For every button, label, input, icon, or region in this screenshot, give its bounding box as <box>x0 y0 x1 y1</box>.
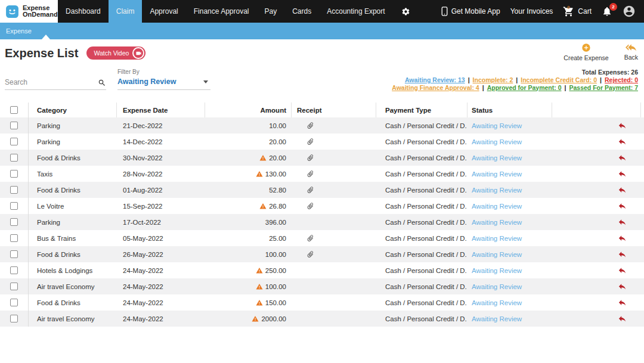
paperclip-icon[interactable] <box>305 184 315 195</box>
return-expense-icon[interactable] <box>618 154 627 162</box>
back-label: Back <box>624 54 638 61</box>
back-button[interactable]: Back <box>624 43 638 61</box>
status-link[interactable]: Awaiting Review <box>472 219 522 226</box>
filter-by-dropdown[interactable]: Awaiting Review <box>117 77 210 90</box>
summary-link[interactable]: Awaiting Finance Approval: 4 <box>392 84 479 91</box>
category-cell: Food & Drinks <box>29 246 116 262</box>
summary-link[interactable]: Passed For Payment: 7 <box>569 84 638 91</box>
nav-item-dashboard[interactable]: Dashboard <box>58 0 109 23</box>
payment-type-cell: Cash / Personal Credit / D... <box>376 198 467 214</box>
row-checkbox[interactable] <box>10 186 18 194</box>
nav-item-approval[interactable]: Approval <box>142 0 185 23</box>
cart-button[interactable]: 0 Cart <box>563 6 592 17</box>
your-invoices-link[interactable]: Your Invoices <box>510 7 553 15</box>
amount-value: 250.00 <box>265 267 286 274</box>
app-logo[interactable]: ExpenseOnDemand <box>0 0 58 23</box>
nav-item-finance-approval[interactable]: Finance Approval <box>186 0 257 23</box>
nav-item-claim[interactable]: Claim <box>109 0 143 23</box>
summary-link[interactable]: Approved for Payment: 0 <box>487 84 562 91</box>
row-checkbox[interactable] <box>10 218 18 226</box>
return-expense-icon[interactable] <box>618 218 627 226</box>
row-checkbox[interactable] <box>10 202 18 210</box>
return-expense-icon[interactable] <box>618 299 627 306</box>
header-expense-date[interactable]: Expense Date <box>116 103 205 117</box>
header-status[interactable]: Status <box>467 103 552 117</box>
return-expense-icon[interactable] <box>618 266 627 274</box>
paperclip-icon[interactable] <box>305 120 315 131</box>
paperclip-icon[interactable] <box>305 249 315 259</box>
status-link[interactable]: Awaiting Review <box>472 203 522 210</box>
nav-item-pay[interactable]: Pay <box>257 0 285 23</box>
header-amount[interactable]: Amount <box>205 103 291 117</box>
header-receipt[interactable]: Receipt <box>291 103 376 117</box>
status-link[interactable]: Awaiting Review <box>472 283 522 290</box>
status-link[interactable]: Awaiting Review <box>472 138 522 145</box>
paperclip-icon[interactable] <box>305 136 315 147</box>
get-mobile-app-link[interactable]: Get Mobile App <box>441 7 500 16</box>
status-link[interactable]: Awaiting Review <box>472 122 522 129</box>
status-link[interactable]: Awaiting Review <box>472 187 522 194</box>
amount-cell: 20.00 <box>205 150 291 166</box>
return-expense-icon[interactable] <box>618 170 627 178</box>
summary-link[interactable]: Rejected: 0 <box>605 76 638 83</box>
return-expense-icon[interactable] <box>618 202 627 210</box>
summary-link[interactable]: Incomplete Credit Card: 0 <box>521 76 597 83</box>
row-checkbox[interactable] <box>10 234 18 242</box>
status-link[interactable]: Awaiting Review <box>472 299 522 306</box>
return-expense-icon[interactable] <box>618 315 627 322</box>
return-expense-icon[interactable] <box>618 138 627 145</box>
return-expense-icon[interactable] <box>618 122 627 129</box>
status-link[interactable]: Awaiting Review <box>472 154 522 162</box>
summary-separator: | <box>482 84 484 91</box>
paperclip-icon[interactable] <box>305 200 315 211</box>
row-checkbox[interactable] <box>10 250 18 258</box>
row-checkbox[interactable] <box>10 170 18 178</box>
paperclip-icon[interactable] <box>305 232 315 243</box>
row-checkbox[interactable] <box>10 138 18 145</box>
row-checkbox[interactable] <box>10 266 18 274</box>
settings-gear-icon[interactable] <box>393 0 419 23</box>
summary-link[interactable]: Incomplete: 2 <box>473 76 513 83</box>
nav-item-accounting-export[interactable]: Accounting Export <box>319 0 392 23</box>
amount-value: 10.00 <box>269 122 286 129</box>
return-expense-icon[interactable] <box>618 283 627 290</box>
status-link[interactable]: Awaiting Review <box>472 235 522 242</box>
amount-cell: 52.80 <box>205 182 291 198</box>
status-link[interactable]: Awaiting Review <box>472 267 522 274</box>
payment-type-cell: Cash / Personal Credit / D... <box>376 117 467 134</box>
breadcrumb-bar: Expense <box>0 23 644 39</box>
status-link[interactable]: Awaiting Review <box>472 170 522 178</box>
expense-date-cell: 24-May-2022 <box>116 294 205 311</box>
status-link[interactable]: Awaiting Review <box>472 315 522 322</box>
search-input[interactable] <box>5 76 98 89</box>
paperclip-icon[interactable] <box>305 168 315 179</box>
create-expense-label: Create Expense <box>564 54 608 61</box>
return-expense-icon[interactable] <box>618 234 627 242</box>
summary-links-row2: Awaiting Finance Approval: 4|Approved fo… <box>392 84 638 92</box>
select-all-checkbox[interactable] <box>10 106 18 114</box>
breadcrumb[interactable]: Expense <box>0 27 32 35</box>
paperclip-icon[interactable] <box>305 152 315 163</box>
return-expense-icon[interactable] <box>618 186 627 194</box>
category-cell: Food & Drinks <box>29 150 116 166</box>
nav-right-group: Get Mobile App Your Invoices 0 Cart 2 <box>441 0 644 23</box>
nav-item-cards[interactable]: Cards <box>284 0 319 23</box>
summary-link[interactable]: Awaiting Review: 13 <box>405 76 465 83</box>
search-icon[interactable] <box>98 79 106 87</box>
header-category[interactable]: Category <box>29 103 116 117</box>
row-checkbox[interactable] <box>10 315 18 322</box>
row-checkbox[interactable] <box>10 154 18 162</box>
row-checkbox[interactable] <box>10 299 18 306</box>
table-row: Taxis 28-Nov-2022 130.00 Cash / Personal… <box>0 166 644 182</box>
notifications-button[interactable]: 2 <box>602 6 612 17</box>
user-avatar[interactable] <box>623 5 636 18</box>
create-expense-button[interactable]: Create Expense <box>564 43 608 61</box>
status-link[interactable]: Awaiting Review <box>472 251 522 258</box>
expense-date-cell: 26-May-2022 <box>116 246 205 262</box>
row-checkbox[interactable] <box>10 283 18 290</box>
row-checkbox[interactable] <box>10 122 18 129</box>
watch-video-button[interactable]: Watch Video <box>86 46 145 60</box>
warning-icon <box>259 154 267 162</box>
header-payment-type[interactable]: Payment Type <box>376 103 467 117</box>
return-expense-icon[interactable] <box>618 250 627 258</box>
